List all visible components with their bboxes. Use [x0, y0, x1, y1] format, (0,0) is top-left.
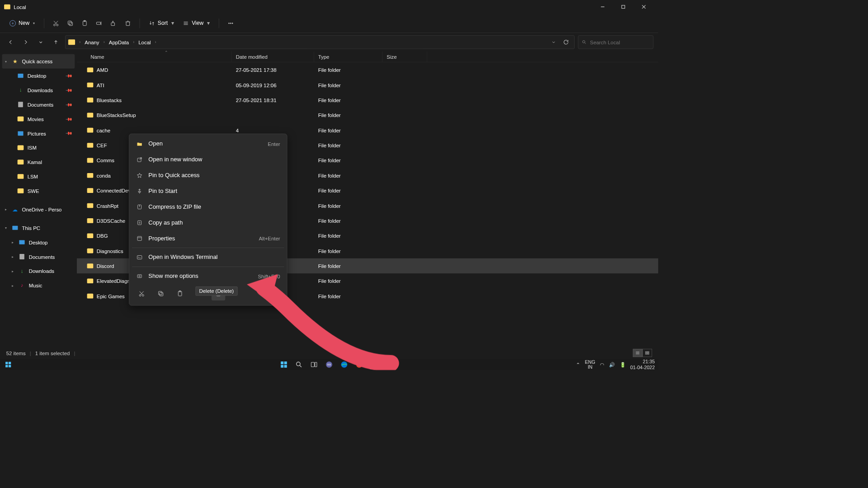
task-view-button[interactable]	[309, 360, 319, 369]
folder-icon	[87, 233, 94, 238]
window-title: Local	[14, 4, 592, 10]
tray-chevron[interactable]: ⌃	[576, 362, 580, 367]
chrome-button[interactable]	[354, 360, 364, 369]
ctx-open-terminal[interactable]: Open in Windows Terminal	[131, 249, 285, 265]
file-row[interactable]: Bluestacks27-05-2021 18:31File folder	[77, 93, 658, 108]
new-button[interactable]: + New ▾	[6, 18, 38, 28]
delete-tooltip: Delete (Delete)	[195, 286, 237, 296]
explorer-button[interactable]	[369, 360, 379, 369]
wifi-icon[interactable]: ◠	[600, 362, 604, 367]
folder-icon	[87, 143, 94, 148]
ctx-item[interactable]: Copy as path	[131, 215, 285, 230]
ctx-cut[interactable]	[135, 287, 148, 300]
sidebar-quick-access[interactable]: ▾ ★ Quick access	[2, 54, 75, 69]
sidebar: ▾ ★ Quick access Desktop📌↓Downloads📌Docu…	[0, 52, 77, 347]
paste-button[interactable]	[79, 17, 91, 29]
ctx-item[interactable]: PropertiesAlt+Enter	[131, 230, 285, 246]
svg-rect-55	[646, 353, 647, 354]
volume-icon[interactable]: 🔊	[609, 362, 615, 367]
sidebar-item[interactable]: Pictures📌	[0, 126, 77, 141]
ctx-item[interactable]: Pin to Start	[131, 183, 285, 199]
icons-view-button[interactable]	[642, 349, 652, 357]
sidebar-item[interactable]: ▸Documents	[0, 249, 77, 264]
path-icon	[136, 219, 143, 226]
ctx-item[interactable]: Compress to ZIP file	[131, 199, 285, 215]
address-bar[interactable]: › Anany › AppData › Local ›	[65, 35, 575, 49]
column-size[interactable]: Size	[382, 52, 427, 62]
file-row[interactable]: AMD27-05-2021 17:38File folder	[77, 62, 658, 77]
details-view-button[interactable]	[633, 349, 642, 357]
sidebar-item[interactable]: ↓Downloads📌	[0, 83, 77, 98]
sidebar-item[interactable]: Desktop📌	[0, 69, 77, 83]
up-button[interactable]	[50, 36, 62, 48]
ctx-paste[interactable]	[173, 287, 187, 300]
sidebar-item[interactable]: ▸Desktop	[0, 235, 77, 249]
search-input[interactable]	[590, 39, 650, 45]
sort-button[interactable]: Sort ▾	[146, 18, 178, 28]
sidebar-item[interactable]: Kamal	[0, 155, 77, 169]
sidebar-item[interactable]: ▸♪Music	[0, 278, 77, 293]
svg-point-24	[583, 41, 585, 43]
svg-rect-12	[96, 22, 100, 24]
svg-rect-64	[284, 365, 287, 368]
column-name[interactable]: Name⌃	[77, 52, 232, 62]
view-button[interactable]: View ▾	[179, 18, 213, 28]
history-dropdown[interactable]	[548, 39, 559, 45]
delete-button[interactable]	[122, 17, 134, 29]
svg-rect-63	[281, 365, 283, 368]
more-button[interactable]	[224, 17, 236, 29]
more-icon	[136, 273, 143, 280]
sidebar-onedrive[interactable]: ▸ ☁ OneDrive - Perso	[0, 202, 77, 216]
clock[interactable]: 21:3501-04-2022	[630, 359, 655, 370]
pin-icon: 📌	[66, 86, 73, 94]
file-row[interactable]: BlueStacksSetupFile folder	[77, 108, 658, 122]
item-icon	[17, 159, 24, 165]
chevron-down-icon: ▾	[207, 20, 210, 26]
address-bar-row: › Anany › AppData › Local ›	[0, 33, 658, 52]
copy-button[interactable]	[64, 17, 76, 29]
svg-rect-57	[5, 362, 8, 364]
breadcrumb-item[interactable]: Anany	[83, 39, 100, 45]
sidebar-item[interactable]: Movies📌	[0, 112, 77, 126]
pin-icon: 📌	[66, 130, 73, 137]
sidebar-item[interactable]: SWE	[0, 183, 77, 198]
ctx-item[interactable]: OpenEnter	[131, 136, 285, 152]
column-date[interactable]: Date modified	[232, 52, 314, 62]
widgets-button[interactable]	[4, 360, 13, 369]
chat-button[interactable]	[324, 360, 334, 369]
minimize-button[interactable]	[592, 0, 613, 14]
sidebar-item[interactable]: LSM	[0, 169, 77, 184]
search-box[interactable]	[578, 35, 653, 49]
breadcrumb-item[interactable]: Local	[137, 39, 152, 45]
svg-rect-54	[647, 352, 649, 352]
recent-button[interactable]	[35, 36, 47, 48]
ctx-copy[interactable]	[154, 287, 167, 300]
search-button[interactable]	[294, 360, 304, 369]
forward-button[interactable]	[20, 36, 32, 48]
start-button[interactable]	[279, 360, 288, 369]
rename-button[interactable]	[93, 17, 105, 29]
battery-icon[interactable]: 🔋	[620, 362, 626, 367]
file-row[interactable]: ATI05-09-2019 12:06File folder	[77, 77, 658, 92]
ctx-item[interactable]: Pin to Quick access	[131, 168, 285, 183]
search-icon	[582, 39, 587, 45]
share-button[interactable]	[107, 17, 119, 29]
svg-rect-56	[647, 353, 649, 354]
column-type[interactable]: Type	[314, 52, 383, 62]
edge-button[interactable]	[340, 360, 349, 369]
svg-rect-8	[69, 22, 73, 26]
sidebar-item[interactable]: ▸↓Downloads	[0, 264, 77, 278]
breadcrumb-item[interactable]: AppData	[108, 39, 130, 45]
maximize-button[interactable]	[613, 0, 633, 14]
ctx-item[interactable]: Open in new window	[131, 152, 285, 168]
back-button[interactable]	[5, 36, 17, 48]
refresh-button[interactable]	[561, 39, 571, 45]
zip-icon	[136, 203, 143, 210]
sidebar-item[interactable]: ISM	[0, 141, 77, 155]
sidebar-item[interactable]: Documents📌	[0, 97, 77, 112]
cut-button[interactable]	[50, 17, 62, 29]
sidebar-this-pc[interactable]: ▾ This PC	[0, 221, 77, 235]
ctx-show-more[interactable]: Show more options Shift+F10	[131, 268, 285, 284]
svg-rect-59	[5, 365, 8, 367]
close-button[interactable]	[633, 0, 654, 14]
